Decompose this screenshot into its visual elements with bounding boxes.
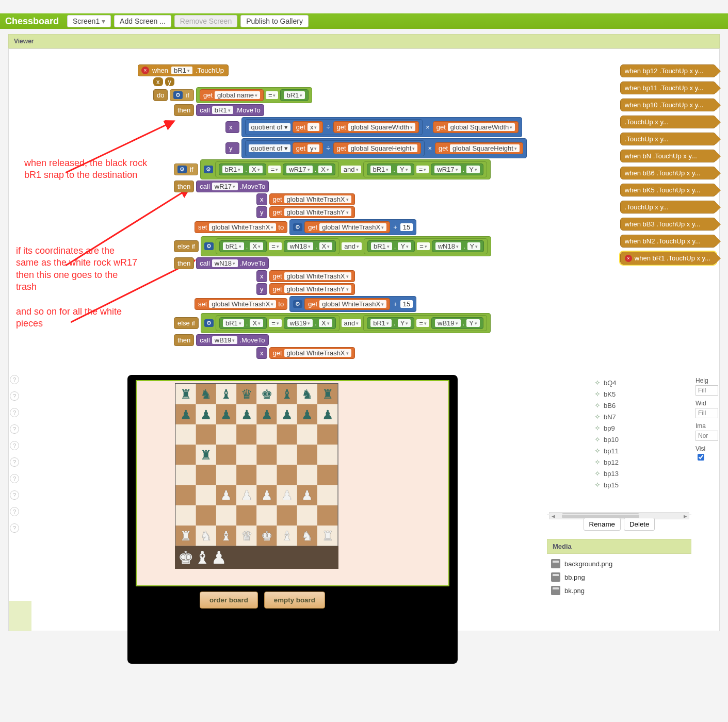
collapsed-event-pill[interactable]: when bN .TouchUp x y... xyxy=(620,150,716,162)
chess-piece[interactable]: ♟ xyxy=(301,489,313,502)
component-item[interactable]: ✧bp9 xyxy=(548,422,690,434)
board-square[interactable]: ♜ xyxy=(175,526,196,546)
help-icon[interactable]: ? xyxy=(10,507,19,516)
chess-piece[interactable]: ♟ xyxy=(241,408,252,421)
mult-block-x[interactable]: quotient of ▾ get x▾ ÷ get global Square… xyxy=(241,117,523,137)
board-square[interactable]: ♚ xyxy=(256,384,277,404)
component-item[interactable]: ✧bp11 xyxy=(548,445,690,456)
component-item[interactable]: ✧bB6 xyxy=(548,400,690,411)
board-square[interactable]: ♟ xyxy=(216,404,236,424)
chess-piece[interactable]: ♟ xyxy=(322,408,333,421)
chess-piece[interactable]: ♜ xyxy=(200,448,212,461)
board-square[interactable]: ♜ xyxy=(317,384,337,404)
board-square[interactable] xyxy=(297,445,317,465)
board-square[interactable] xyxy=(256,424,277,445)
chess-piece[interactable]: ♞ xyxy=(301,529,313,542)
board-square[interactable] xyxy=(236,505,256,526)
board-square[interactable] xyxy=(317,424,337,445)
call-moveto-wb19[interactable]: call wB19▾ .MoveTo xyxy=(196,334,268,346)
chess-piece[interactable]: ♝ xyxy=(220,529,232,542)
board-square[interactable] xyxy=(256,505,277,526)
help-icon[interactable]: ? xyxy=(10,408,19,417)
help-icon[interactable]: ? xyxy=(10,474,19,483)
board-square[interactable]: ♟ xyxy=(297,485,317,505)
chess-piece[interactable]: ♜ xyxy=(180,529,191,542)
board-square[interactable] xyxy=(196,465,216,485)
add-block[interactable]: ⚙ get global WhiteTrashX▾ + 15 xyxy=(289,219,416,235)
screen-select[interactable]: Screen1 xyxy=(67,15,111,27)
board-square[interactable] xyxy=(256,445,277,465)
help-icon[interactable]: ? xyxy=(10,441,19,450)
chess-piece[interactable]: ♝ xyxy=(220,388,232,401)
get-wtx[interactable]: get global WhiteTrashX▾ xyxy=(269,193,355,205)
component-item[interactable]: ✧bp15 xyxy=(548,479,690,490)
call-moveto-wr17[interactable]: call wR17▾ .MoveTo xyxy=(196,180,269,192)
components-list[interactable]: ✧bQ4✧bK5✧bB6✧bN7✧bp9✧bp10✧bp11✧bp12✧bp13… xyxy=(547,375,691,535)
chess-piece[interactable]: ♟ xyxy=(200,408,212,421)
board-square[interactable] xyxy=(317,485,337,505)
chess-piece[interactable]: ♞ xyxy=(200,388,212,401)
board-square[interactable] xyxy=(175,465,196,485)
board-square[interactable] xyxy=(317,465,337,485)
if-block[interactable]: ⚙if xyxy=(170,89,194,101)
board-square[interactable] xyxy=(256,465,277,485)
board-square[interactable]: ♜ xyxy=(175,384,196,404)
quotient-x[interactable]: quotient of ▾ get x▾ ÷ get global Square… xyxy=(245,119,423,135)
chess-piece[interactable]: ♛ xyxy=(241,388,252,401)
board-square[interactable] xyxy=(236,424,256,445)
component-item[interactable]: ✧bp12 xyxy=(548,456,690,468)
call-moveto-wn18[interactable]: call wN18▾ .MoveTo xyxy=(196,257,269,269)
chess-piece[interactable]: ♞ xyxy=(301,388,313,401)
chess-piece[interactable]: ♛ xyxy=(241,529,252,542)
and-block-2[interactable]: ⚙ bR1▾. X▾ =▾ wN18▾. X▾ and▾ bR1▾. Y▾ =▾… xyxy=(201,236,491,256)
collapsed-event-pill[interactable]: when bB3 .TouchUp x y... xyxy=(620,218,716,231)
number-15[interactable]: 15 xyxy=(400,223,413,231)
quotient-op-2[interactable]: quotient of ▾ xyxy=(249,144,290,152)
board-square[interactable] xyxy=(317,445,337,465)
help-icon[interactable]: ? xyxy=(10,523,19,533)
component-item[interactable]: ✧bp13 xyxy=(548,468,690,479)
param-x[interactable]: x xyxy=(153,77,163,86)
get-globalname[interactable]: get global name▾ xyxy=(200,89,264,101)
chess-piece[interactable]: ♞ xyxy=(200,529,212,542)
prop-visible-checkbox[interactable] xyxy=(698,454,704,461)
board-square[interactable] xyxy=(175,445,196,465)
board-square[interactable] xyxy=(297,505,317,526)
chessboard[interactable]: ♜♞♝♛♚♝♞♜♟♟♟♟♟♟♟♟♜♟♟♟♟♟♜♞♝♛♚♝♞♜ xyxy=(175,383,338,547)
mult-block-y[interactable]: quotient of ▾ get y▾ ÷ get global Square… xyxy=(241,138,527,158)
board-square[interactable] xyxy=(236,445,256,465)
empty-board-button[interactable]: empty board xyxy=(264,592,325,609)
close-icon[interactable]: × xyxy=(625,255,632,262)
comp-ref[interactable]: bR1▾ xyxy=(280,89,309,101)
compare-block[interactable]: get global name▾ =▾ bR1▾ xyxy=(196,87,312,103)
board-square[interactable]: ♞ xyxy=(196,384,216,404)
board-square[interactable]: ♜ xyxy=(317,526,337,546)
set-block[interactable]: set global WhiteTrashX▾ to xyxy=(195,221,287,233)
chess-piece[interactable]: ♟ xyxy=(261,408,272,421)
board-square[interactable] xyxy=(175,424,196,445)
chess-piece[interactable]: ♟ xyxy=(241,489,252,502)
board-square[interactable] xyxy=(236,465,256,485)
board-square[interactable]: ♛ xyxy=(236,526,256,546)
board-square[interactable] xyxy=(297,465,317,485)
board-square[interactable]: ♚ xyxy=(256,526,277,546)
media-item[interactable]: bk.png xyxy=(550,584,688,597)
collapsed-event-pill[interactable]: when bB6 .TouchUp x y... xyxy=(620,167,716,179)
board-square[interactable]: ♝ xyxy=(216,526,236,546)
board-square[interactable]: ♝ xyxy=(277,526,297,546)
board-square[interactable] xyxy=(277,424,297,445)
order-board-button[interactable]: order board xyxy=(200,592,258,609)
chess-piece[interactable]: ♚ xyxy=(261,529,272,542)
collapsed-event-pill[interactable]: when bp11 .TouchUp x y... xyxy=(620,81,716,94)
collapsed-event-pill[interactable]: when bp12 .TouchUp x y... xyxy=(620,64,716,77)
delete-button[interactable]: Delete xyxy=(624,518,655,531)
board-square[interactable] xyxy=(175,505,196,526)
chess-piece[interactable]: ♝ xyxy=(281,529,293,542)
get-sqw2[interactable]: get global SquareWidth▾ xyxy=(433,121,519,133)
component-slot[interactable]: bR1▾ xyxy=(171,67,192,74)
and-block-3[interactable]: ⚙ bR1▾. X▾ =▾ wB19▾. X▾ and▾ bR1▾. Y▾ =▾… xyxy=(201,313,491,333)
collapsed-event-pill[interactable]: .TouchUp x y... xyxy=(620,133,716,145)
board-square[interactable] xyxy=(196,485,216,505)
board-square[interactable]: ♝ xyxy=(216,384,236,404)
board-square[interactable] xyxy=(317,505,337,526)
